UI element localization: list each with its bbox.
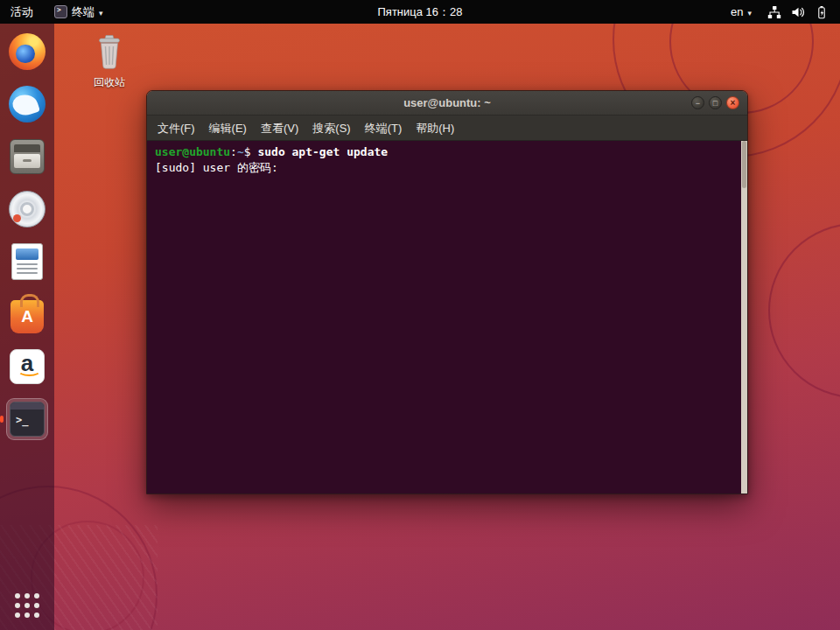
prompt-user-host: user@ubuntu	[155, 145, 230, 158]
show-applications-button[interactable]	[15, 593, 39, 618]
dock	[0, 24, 54, 630]
menu-search[interactable]: 搜索(S)	[305, 116, 357, 141]
keyboard-layout-indicator[interactable]: en	[720, 0, 762, 24]
keyboard-layout-label: en	[731, 5, 743, 18]
dock-item-libreoffice-writer[interactable]	[6, 241, 48, 283]
wallpaper-ring	[768, 223, 840, 398]
terminal-content[interactable]: user@ubuntu:~$ sudo apt-get update [sudo…	[147, 141, 747, 494]
dock-item-firefox[interactable]	[6, 31, 48, 73]
maximize-button[interactable]: □	[709, 96, 722, 109]
terminal-output-line: [sudo] user 的密码:	[155, 160, 733, 176]
files-icon	[10, 139, 45, 174]
scrollbar[interactable]	[741, 141, 747, 494]
terminal-window: user@ubuntu: ~ − □ × 文件(F) 编辑(E) 查看(V) 搜…	[146, 90, 748, 494]
terminal-icon	[10, 402, 45, 437]
typed-command: sudo apt-get update	[257, 145, 388, 158]
app-menu-label: 终端	[72, 4, 94, 20]
menu-view[interactable]: 查看(V)	[254, 116, 305, 141]
app-menu[interactable]: 终端	[44, 0, 114, 24]
window-title: user@ubuntu: ~	[403, 96, 491, 109]
ubuntu-software-icon	[10, 300, 44, 333]
trash-desktop-icon[interactable]: 回收站	[84, 33, 135, 90]
title-bar[interactable]: user@ubuntu: ~ − □ ×	[147, 91, 747, 116]
close-button[interactable]: ×	[726, 96, 739, 109]
thunderbird-icon	[9, 86, 46, 122]
chevron-down-icon	[747, 5, 752, 18]
trash-label: 回收站	[84, 75, 135, 90]
network-icon[interactable]	[766, 4, 781, 19]
window-controls: − □ ×	[691, 91, 739, 115]
volume-icon[interactable]	[790, 4, 805, 19]
prompt-path: ~	[237, 145, 244, 158]
top-bar: 活动 终端 Пятница 16：28 en	[0, 0, 840, 24]
firefox-icon	[9, 33, 46, 70]
menu-help[interactable]: 帮助(H)	[409, 116, 461, 141]
activities-label: 活动	[10, 4, 33, 20]
dock-item-amazon[interactable]	[6, 346, 48, 388]
dock-item-ubuntu-software[interactable]	[6, 293, 48, 335]
menu-edit[interactable]: 编辑(E)	[202, 116, 254, 141]
menu-terminal[interactable]: 终端(T)	[358, 116, 410, 141]
clock[interactable]: Пятница 16：28	[0, 4, 840, 20]
chevron-down-icon	[99, 5, 103, 18]
desktop: 活动 终端 Пятница 16：28 en	[0, 0, 840, 630]
prompt-colon: :	[230, 145, 237, 158]
terminal-prompt-line: user@ubuntu:~$ sudo apt-get update	[155, 144, 733, 160]
libreoffice-writer-icon	[11, 243, 43, 280]
amazon-icon	[10, 349, 45, 384]
trash-can-icon	[94, 58, 125, 73]
minimize-button[interactable]: −	[691, 96, 704, 109]
dock-item-thunderbird[interactable]	[6, 83, 48, 125]
dock-item-rhythmbox[interactable]	[6, 188, 48, 230]
menu-file[interactable]: 文件(F)	[150, 116, 202, 141]
dock-item-terminal[interactable]	[6, 398, 48, 440]
battery-icon[interactable]	[814, 4, 829, 19]
activities-button[interactable]: 活动	[0, 0, 44, 24]
terminal-app-icon	[54, 5, 67, 18]
rhythmbox-icon	[9, 191, 46, 228]
dock-item-files[interactable]	[6, 136, 48, 178]
prompt-dollar: $	[244, 145, 258, 158]
menu-bar: 文件(F) 编辑(E) 查看(V) 搜索(S) 终端(T) 帮助(H)	[147, 116, 747, 141]
